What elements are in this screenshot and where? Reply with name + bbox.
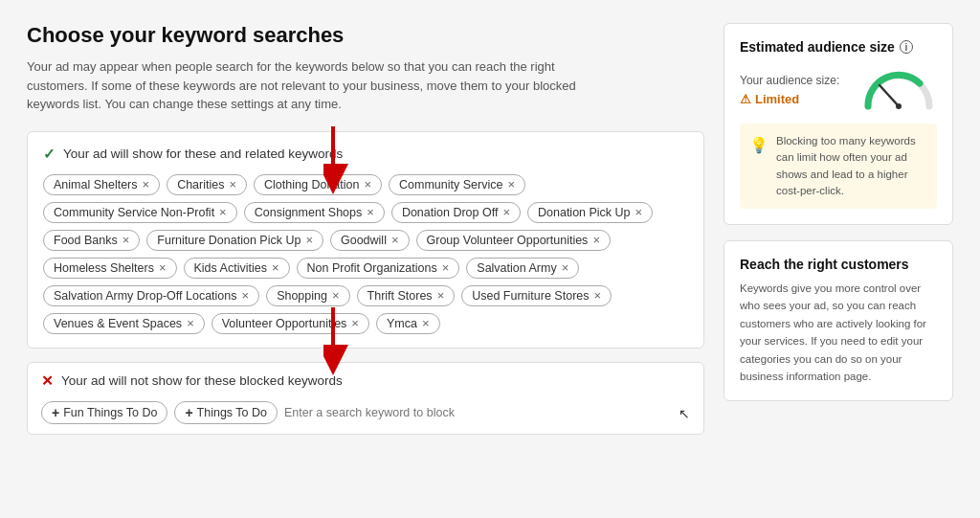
tag-close-icon[interactable]: × xyxy=(351,317,359,329)
tag-close-icon[interactable]: × xyxy=(229,178,236,191)
things-to-do-label: Things To Do xyxy=(197,406,267,419)
keyword-tag[interactable]: Salvation Army× xyxy=(466,258,579,279)
x-icon: ✕ xyxy=(41,372,54,390)
keywords-shown-header: ✓ Your ad will show for these and relate… xyxy=(43,146,688,163)
keyword-tag[interactable]: Clothing Donation× xyxy=(254,174,382,195)
main-content: Choose your keyword searches Your ad may… xyxy=(27,23,704,435)
tag-close-icon[interactable]: × xyxy=(242,289,250,302)
tag-close-icon[interactable]: × xyxy=(272,261,279,274)
keyword-tag[interactable]: Shopping× xyxy=(266,285,349,306)
tag-label: Thrift Stores xyxy=(368,289,433,303)
tip-text: Blocking too many keywords can limit how… xyxy=(776,133,927,199)
keyword-tag[interactable]: Donation Drop Off× xyxy=(391,202,521,223)
tag-label: Venues & Event Spaces xyxy=(54,317,182,330)
keyword-tag[interactable]: Salvation Army Drop-Off Locations× xyxy=(43,285,259,306)
tag-label: Community Service Non-Profit xyxy=(54,206,214,219)
audience-card-title: Estimated audience size i xyxy=(740,39,937,55)
tag-label: Non Profit Organizations xyxy=(307,261,437,275)
tag-label: Animal Shelters xyxy=(54,178,138,191)
tag-close-icon[interactable]: × xyxy=(391,234,399,246)
tag-close-icon[interactable]: × xyxy=(507,178,515,191)
keyword-tag[interactable]: Charities× xyxy=(167,174,247,195)
page-wrapper: Choose your keyword searches Your ad may… xyxy=(0,0,980,458)
blocked-keywords-header: ✕ Your ad will not show for these blocke… xyxy=(41,372,690,390)
tag-label: Consignment Shops xyxy=(255,206,363,219)
blocked-keywords-label: Your ad will not show for these blocked … xyxy=(61,373,343,388)
keyword-tag[interactable]: Ymca× xyxy=(376,313,440,334)
tag-close-icon[interactable]: × xyxy=(159,261,167,274)
tag-close-icon[interactable]: × xyxy=(594,289,602,302)
audience-status-block: Your audience size: ⚠ Limited xyxy=(740,74,839,106)
fun-things-label: Fun Things To Do xyxy=(63,406,157,419)
tag-close-icon[interactable]: × xyxy=(122,234,130,246)
keyword-tag[interactable]: Kids Activities× xyxy=(184,258,290,279)
check-icon: ✓ xyxy=(43,146,56,163)
keyword-tag[interactable]: Goodwill× xyxy=(330,230,410,251)
things-to-do-tag[interactable]: + Things To Do xyxy=(174,401,278,424)
tag-label: Ymca xyxy=(387,317,417,330)
tag-close-icon[interactable]: × xyxy=(187,317,194,329)
reach-card-text: Keywords give you more control over who … xyxy=(740,280,937,385)
tag-close-icon[interactable]: × xyxy=(502,206,510,218)
plus-icon: + xyxy=(52,405,59,420)
tag-label: Furniture Donation Pick Up xyxy=(157,234,301,247)
keyword-tag[interactable]: Donation Pick Up× xyxy=(527,202,653,223)
keywords-shown-section: ✓ Your ad will show for these and relate… xyxy=(27,131,704,349)
tag-label: Volunteer Opportunities xyxy=(222,317,347,330)
tag-close-icon[interactable]: × xyxy=(219,206,227,218)
tag-close-icon[interactable]: × xyxy=(367,206,374,218)
tag-close-icon[interactable]: × xyxy=(437,289,445,302)
plus-icon-2: + xyxy=(185,405,192,420)
tag-label: Food Banks xyxy=(54,234,118,247)
tag-label: Salvation Army Drop-Off Locations xyxy=(54,289,237,303)
tag-label: Clothing Donation xyxy=(264,178,359,191)
gauge-chart xyxy=(860,66,937,114)
info-icon[interactable]: i xyxy=(900,40,913,54)
fun-things-to-do-tag[interactable]: + Fun Things To Do xyxy=(41,401,167,424)
tag-close-icon[interactable]: × xyxy=(305,234,313,246)
tag-close-icon[interactable]: × xyxy=(422,317,430,329)
keyword-tag[interactable]: Furniture Donation Pick Up× xyxy=(146,230,323,251)
sidebar: Estimated audience size i Your audience … xyxy=(724,23,953,435)
keyword-tag[interactable]: Non Profit Organizations× xyxy=(297,258,460,279)
blocked-tags-row: + Fun Things To Do + Things To Do ↖ xyxy=(41,401,690,424)
tip-box: 💡 Blocking too many keywords can limit h… xyxy=(740,124,937,209)
page-title: Choose your keyword searches xyxy=(27,23,704,48)
limited-text: Limited xyxy=(755,92,799,106)
keyword-tag[interactable]: Volunteer Opportunities× xyxy=(212,313,369,334)
audience-card: Estimated audience size i Your audience … xyxy=(724,23,953,225)
keyword-tag[interactable]: Consignment Shops× xyxy=(244,202,385,223)
keyword-tag[interactable]: Community Service Non-Profit× xyxy=(43,202,237,223)
keyword-tag[interactable]: Animal Shelters× xyxy=(43,174,160,195)
keyword-search-input[interactable] xyxy=(284,406,672,419)
tag-label: Community Service xyxy=(399,178,502,191)
audience-label: Your audience size: xyxy=(740,74,839,87)
tag-close-icon[interactable]: × xyxy=(364,178,371,191)
reach-card: Reach the right customers Keywords give … xyxy=(724,240,953,401)
keyword-tag[interactable]: Food Banks× xyxy=(43,230,140,251)
keyword-tag[interactable]: Venues & Event Spaces× xyxy=(43,313,205,334)
warning-icon: ⚠ xyxy=(740,92,751,106)
tag-close-icon[interactable]: × xyxy=(562,261,569,274)
keywords-area: ✓ Your ad will show for these and relate… xyxy=(27,131,704,435)
gauge-container: Your audience size: ⚠ Limited xyxy=(740,66,937,114)
keyword-tag[interactable]: Group Volunteer Opportunities× xyxy=(416,230,611,251)
tag-close-icon[interactable]: × xyxy=(592,234,600,246)
tag-close-icon[interactable]: × xyxy=(332,289,340,302)
bulb-icon: 💡 xyxy=(749,134,768,157)
tag-close-icon[interactable]: × xyxy=(442,261,450,274)
keyword-tag[interactable]: Thrift Stores× xyxy=(357,285,456,306)
tag-close-icon[interactable]: × xyxy=(143,178,150,191)
tag-label: Donation Pick Up xyxy=(538,206,631,219)
tags-container: Animal Shelters×Charities×Clothing Donat… xyxy=(43,174,688,334)
keyword-tag[interactable]: Homeless Shelters× xyxy=(43,258,177,279)
tag-label: Homeless Shelters xyxy=(54,261,154,275)
tag-label: Kids Activities xyxy=(194,261,267,275)
svg-line-4 xyxy=(880,85,899,106)
page-description: Your ad may appear when people search fo… xyxy=(27,57,601,114)
tag-label: Donation Drop Off xyxy=(402,206,499,219)
limited-badge: ⚠ Limited xyxy=(740,92,799,106)
keyword-tag[interactable]: Community Service× xyxy=(389,174,525,195)
keyword-tag[interactable]: Used Furniture Stores× xyxy=(461,285,612,306)
tag-close-icon[interactable]: × xyxy=(635,206,643,218)
